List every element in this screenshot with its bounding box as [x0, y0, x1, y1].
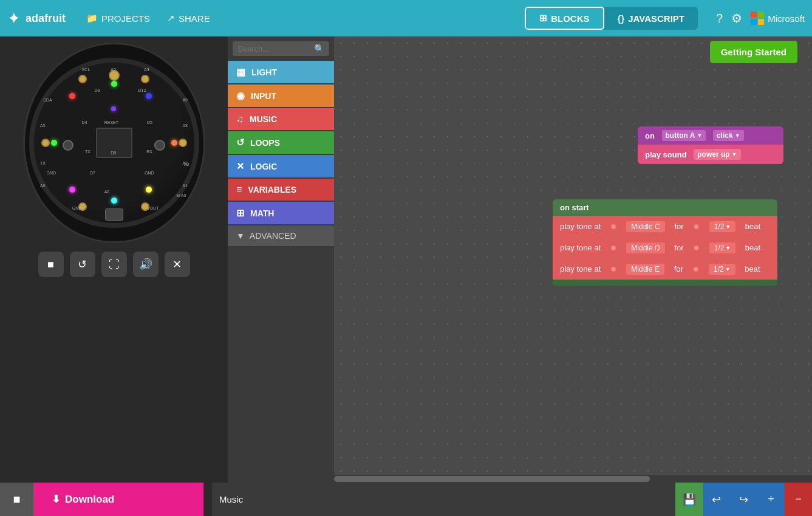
beat-dropdown-1[interactable]: 1/2 [709, 221, 736, 232]
logo: ✦ adafruit [7, 9, 66, 28]
music-icon: ♫ [236, 114, 244, 125]
category-music-button[interactable]: ♫ MUSIC [228, 108, 334, 130]
header: ✦ adafruit 📁 PROJECTS ↗ SHARE ⊞ BLOCKS {… [0, 0, 812, 36]
play-tone-block-2: play tone at ● Middle D for ● 1/2 beat [553, 237, 777, 258]
help-button[interactable]: ? [716, 12, 723, 26]
search-input[interactable] [237, 44, 314, 53]
category-logic-button[interactable]: ✕ LOGIC [228, 155, 334, 177]
redo-icon: ↪ [739, 493, 748, 506]
simulator-panel: A0 SCL A3 SDA A9 A5 A8 A6 A1 GND VOUT D4… [0, 36, 228, 483]
play-tone-block-3: play tone at ● Middle E for ● 1/2 beat [553, 258, 777, 280]
zoom-in-icon: + [768, 493, 774, 506]
play-sound-block: play sound power up [638, 145, 783, 164]
settings-button[interactable]: ⚙ [731, 11, 742, 26]
search-box: 🔍 [233, 41, 329, 56]
javascript-toggle-button[interactable]: {} JAVASCRIPT [604, 7, 698, 30]
event-dropdown[interactable]: click [713, 130, 744, 141]
category-advanced-button[interactable]: ▼ ADVANCED [228, 225, 334, 246]
play-tone-block-1: play tone at ● Middle C for ● 1/2 beat [553, 216, 777, 237]
ms-grid-icon [751, 12, 764, 25]
file-name-area: 💾 [212, 483, 703, 516]
category-loops-button[interactable]: ↺ LOOPS [228, 131, 334, 154]
beat-dot-3: ● [692, 263, 699, 275]
restart-sim-button[interactable]: ↺ [70, 252, 95, 277]
blocks-toggle-button[interactable]: ⊞ BLOCKS [525, 7, 604, 30]
beat-dot-1: ● [693, 220, 700, 233]
category-light-button[interactable]: ▦ LIGHT [228, 61, 334, 83]
undo-button[interactable]: ↩ [703, 483, 730, 516]
undo-icon: ↩ [712, 493, 721, 506]
adafruit-logo-icon: ✦ [7, 9, 21, 28]
share-button[interactable]: ↗ SHARE [161, 9, 216, 27]
save-icon: 💾 [683, 493, 696, 506]
blocks-panel: 🔍 ▦ LIGHT ◉ INPUT ♫ MUSIC ↺ LOOPS ✕ LOGI… [228, 36, 334, 483]
block-hat-on-button: on button A click [638, 126, 783, 145]
stop-button[interactable]: ■ [0, 483, 33, 516]
block-bottom-notch [553, 280, 777, 286]
beat-dot-2: ● [693, 241, 700, 254]
tone-note-dot-1: ● [610, 220, 617, 233]
variables-icon: ≡ [236, 184, 242, 195]
share-icon: ↗ [167, 13, 175, 24]
header-nav: 📁 PROJECTS ↗ SHARE [80, 9, 216, 27]
file-name-input[interactable] [212, 483, 675, 516]
category-input-button[interactable]: ◉ INPUT [228, 84, 334, 107]
save-button[interactable]: 💾 [675, 483, 703, 516]
expand-sim-button[interactable]: ✕ [165, 252, 190, 277]
pcb-board: A0 SCL A3 SDA A9 A5 A8 A6 A1 GND VOUT D4… [29, 58, 199, 228]
logic-icon: ✕ [236, 160, 244, 172]
sound-sim-button[interactable]: 🔊 [133, 252, 159, 277]
fullscreen-sim-button[interactable]: ⛶ [101, 252, 127, 277]
code-icon: {} [618, 13, 625, 24]
category-variables-button[interactable]: ≡ VARIABLES [228, 179, 334, 201]
loops-icon: ↺ [236, 137, 244, 148]
projects-button[interactable]: 📁 PROJECTS [80, 9, 156, 27]
sound-name-dropdown[interactable]: power up [694, 149, 740, 160]
workspace[interactable]: on button A click play sound power up on… [334, 36, 812, 483]
button-dropdown[interactable]: button A [662, 130, 706, 141]
getting-started-button[interactable]: Getting Started [710, 41, 797, 63]
editor-toggle: ⊞ BLOCKS {} JAVASCRIPT [525, 7, 698, 30]
folder-icon: 📁 [86, 13, 98, 24]
blocks-icon: ⊞ [539, 13, 547, 24]
download-label: Download [65, 494, 114, 506]
advanced-chevron-icon: ▼ [236, 231, 245, 241]
header-right: ? ⚙ Microsoft [716, 11, 805, 26]
zoom-out-icon: − [795, 493, 802, 506]
download-button[interactable]: ⬇ Download [33, 483, 203, 516]
logo-text: adafruit [26, 12, 66, 25]
redo-button[interactable]: ↪ [730, 483, 757, 516]
simulator-controls: ■ ↺ ⛶ 🔊 ✕ [38, 252, 190, 277]
tone-note-dot-2: ● [610, 241, 617, 254]
tone-note-dot-3: ● [610, 263, 617, 275]
light-icon: ▦ [236, 66, 245, 78]
category-math-button[interactable]: ⊞ MATH [228, 202, 334, 224]
on-start-hat: on start [553, 199, 777, 216]
zoom-out-button[interactable]: − [785, 483, 812, 516]
on-start-block: on start play tone at ● Middle C for ● 1… [553, 199, 777, 286]
math-icon: ⊞ [236, 207, 244, 219]
note-dropdown-1[interactable]: Middle C [626, 221, 664, 232]
microsoft-logo: Microsoft [751, 12, 805, 25]
scrollbar-thumb[interactable] [334, 476, 650, 482]
main-layout: A0 SCL A3 SDA A9 A5 A8 A6 A1 GND VOUT D4… [0, 36, 812, 483]
workspace-scrollbar[interactable] [334, 475, 812, 483]
bottom-right-buttons: ↩ ↪ + − [703, 483, 812, 516]
note-dropdown-2[interactable]: Middle D [626, 243, 664, 253]
download-icon: ⬇ [52, 493, 60, 506]
beat-dropdown-2[interactable]: 1/2 [709, 243, 736, 253]
zoom-in-button[interactable]: + [757, 483, 785, 516]
input-icon: ◉ [236, 90, 245, 101]
button-event-block: on button A click play sound power up [638, 126, 783, 164]
note-dropdown-3[interactable]: Middle E [626, 264, 664, 275]
stop-sim-button[interactable]: ■ [38, 252, 64, 277]
beat-dropdown-3[interactable]: 1/2 [709, 264, 735, 275]
bottom-bar: ■ ⬇ Download 💾 ↩ ↪ + − [0, 483, 812, 516]
circuit-board: A0 SCL A3 SDA A9 A5 A8 A6 A1 GND VOUT D4… [23, 43, 205, 243]
search-icon: 🔍 [314, 44, 324, 53]
